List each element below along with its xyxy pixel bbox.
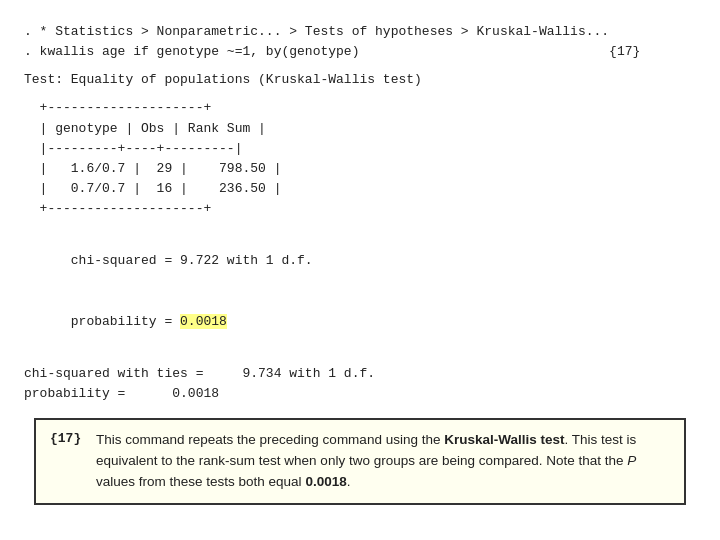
cmd-line-2: . kwallis age if genotype ~=1, by(genoty… [24,42,696,62]
cmd-line-1: . * Statistics > Nonparametric... > Test… [24,22,696,42]
annotation-bold-2: 0.0018 [305,474,346,489]
main-content: . * Statistics > Nonparametric... > Test… [0,0,720,515]
chi1-rest: with 1 d.f. [219,253,313,268]
chi1-value: 9.722 [180,253,219,268]
table-bot: +--------------------+ [24,199,696,219]
table-row-1: | 1.6/0.7 | 29 | 798.50 | [24,159,696,179]
annotation-number: {17} [50,430,86,446]
chi2-line: chi-squared with ties = 9.734 with 1 d.f… [24,364,696,384]
prob1-value: 0.0018 [180,314,227,329]
annotation-box: {17} This command repeats the preceding … [34,418,686,505]
prob1-label: probability = [71,314,180,329]
table-head: | genotype | Obs | Rank Sum | [24,119,696,139]
test-label: Test: Equality of populations (Kruskal-W… [24,70,696,90]
chi1-label: chi-squared = [71,253,180,268]
annotation-italic-p: P [627,453,636,468]
table-top: +--------------------+ [24,98,696,118]
table-row-2: | 0.7/0.7 | 16 | 236.50 | [24,179,696,199]
table-sep: |---------+----+---------| [24,139,696,159]
annotation-bold-1: Kruskal-Wallis test [444,432,564,447]
chi1-line: chi-squared = 9.722 with 1 d.f. [24,231,696,291]
annotation-text: This command repeats the preceding comma… [96,430,670,493]
code-block: . * Statistics > Nonparametric... > Test… [24,22,696,404]
prob2-line: probability = 0.0018 [24,384,696,404]
prob1-line: probability = 0.0018 [24,292,696,352]
